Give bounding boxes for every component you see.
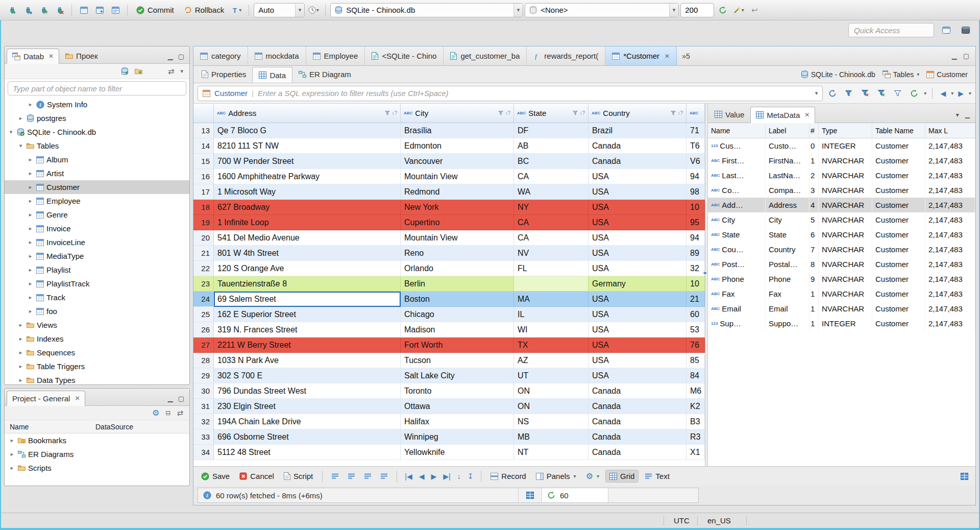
project-item-scripts[interactable]: ▸Scripts [5,461,189,475]
column-header-address[interactable]: ABCAddress↕? [214,104,401,123]
grid-cell[interactable]: WI [514,322,589,338]
grid-cell[interactable]: DF [514,123,589,138]
grid-cell[interactable]: Canada [589,414,687,429]
tab-overflow[interactable]: »5 [677,46,695,65]
sql-assist-button[interactable]: ▾ [731,3,746,17]
tree-item-tables[interactable]: ▾Tables [5,139,189,153]
row-number[interactable]: 31 [193,399,214,414]
grid-cell[interactable]: USA [589,368,687,383]
new-sql-editor-icon[interactable] [77,3,91,17]
metadata-row[interactable]: ABCCityCity5NVARCHARCustomer2,147,483 [708,212,975,227]
row-number[interactable]: 34 [193,445,214,460]
row-number[interactable]: 22 [193,261,214,276]
minimize-icon[interactable]: ▁ [168,53,173,60]
grid-cell[interactable]: 319 N. Frances Street [214,322,401,338]
row-number[interactable]: 33 [193,429,214,445]
grid-cell[interactable]: USA [589,200,687,215]
chevron-right-icon[interactable]: ▸ [27,239,34,246]
gear-icon[interactable]: ⚙ [152,409,159,417]
grid-cell[interactable]: Canada [589,138,687,154]
grid-cell[interactable] [514,276,589,292]
grid-cell[interactable]: M6 [687,383,705,399]
history-forward-icon[interactable]: ▶ [956,89,966,98]
tree-item-album[interactable]: ▸Album [5,153,189,166]
tree-item-data-types[interactable]: ▸Data Types [5,373,189,384]
timezone-indicator[interactable]: UTC [674,513,690,528]
grid-cell[interactable]: 10 [687,276,705,292]
auto-refresh-control[interactable]: 60 [542,488,608,502]
row-number[interactable]: 16 [193,169,214,184]
minimize-icon[interactable]: ▁ [965,111,970,118]
grid-cell[interactable]: 94 [687,230,705,246]
maximize-icon[interactable]: ▢ [178,395,184,402]
grid-cell[interactable]: USA [589,338,687,353]
chevron-down-icon[interactable]: ▾ [17,142,24,149]
row-number[interactable]: 17 [193,184,214,200]
metadata-row[interactable]: 123Sup…Suppo…1INTEGERCustomer2,147,483 [708,316,975,331]
disconnect-icon[interactable] [53,3,67,17]
metadata-row[interactable]: ABCAdd…Address4NVARCHARCustomer2,147,483 [708,198,975,212]
minimize-icon[interactable]: ▁ [168,395,173,402]
link-with-editor-icon[interactable]: ⇄ [168,67,175,76]
grid-cell[interactable]: 801 W 4th Street [214,246,401,261]
grid-cell[interactable]: 162 E Superior Street [214,307,401,322]
new-sql-console-icon[interactable] [108,3,122,17]
duplicate-row-icon[interactable] [361,469,375,483]
close-icon[interactable]: ✕ [665,53,670,60]
grid-cell[interactable]: 696 Osborne Street [214,429,401,445]
filter-input-box[interactable]: Customer | ▾ [198,86,823,101]
grid-cell[interactable]: Mountain View [401,230,514,246]
connect-icon[interactable] [21,3,35,17]
project-item-bookmarks[interactable]: ▸Bookmarks [5,433,189,447]
first-record-icon[interactable]: |◀ [403,472,414,480]
editor-tab-get-customer-ba[interactable]: get_customer_ba [444,46,527,65]
chevron-right-icon[interactable]: ▸ [17,322,24,328]
meta-column-header-col[interactable]: # [810,123,819,138]
metadata-row[interactable]: ABCLast…LastNa…2NVARCHARCustomer2,147,48… [708,168,975,183]
grid-cell[interactable]: Berlin [401,276,514,292]
grid-cell[interactable]: K2 [687,399,705,414]
grid-cell[interactable]: IL [514,307,589,322]
tree-item-postgres[interactable]: ▸postgres [5,111,189,125]
tree-item-sequences[interactable]: ▸Sequences [5,346,189,359]
grid-cell[interactable]: B3 [687,414,705,429]
tree-item-track[interactable]: ▸Track [5,291,189,304]
chevron-right-icon[interactable]: ▸ [27,156,34,163]
tab-properties[interactable]: Properties [195,66,252,83]
tree-item-table-triggers[interactable]: ▸Table Triggers [5,359,189,373]
history-back-icon[interactable]: ◀ [938,89,948,98]
value-panel-icon[interactable] [958,469,971,483]
chevron-right-icon[interactable]: ▸ [9,437,15,444]
chevron-right-icon[interactable]: ▸ [27,170,34,177]
record-toggle-button[interactable]: Record [487,470,529,482]
row-number[interactable]: 28 [193,353,214,368]
chevron-right-icon[interactable]: ▸ [27,294,34,301]
tab-metadata[interactable]: MetaData✕ [750,107,815,123]
chevron-right-icon[interactable]: ▸ [27,101,34,108]
grid-cell[interactable]: Madison [401,322,514,338]
row-number[interactable]: 27 [193,338,214,353]
column-header-col[interactable]: ABC [687,104,705,123]
row-number[interactable]: 18 [193,200,214,215]
tree-item-system-info[interactable]: ▸iSystem Info [5,98,189,111]
grid-cell[interactable]: 84 [687,368,705,383]
dbeaver-perspective-icon[interactable] [959,23,973,37]
metadata-row[interactable]: ABCPhonePhone9NVARCHARCustomer2,147,483 [708,272,975,286]
grid-cell[interactable]: Canada [589,429,687,445]
tree-item-mediatype[interactable]: ▸MediaType [5,249,189,263]
panel-splitter[interactable]: ◂▸ [705,104,708,466]
chevron-right-icon[interactable]: ▸ [9,451,15,457]
filter-icon[interactable] [671,111,676,115]
tree-item-invoice[interactable]: ▸Invoice [5,222,189,235]
grid-cell[interactable]: MB [514,429,589,445]
chevron-down-icon[interactable]: ▾ [917,71,919,77]
chevron-right-icon[interactable]: ▸ [27,225,34,232]
tab-data[interactable]: Data [252,67,292,83]
tab-er-diagram[interactable]: ER Diagram [292,66,357,83]
next-record-icon[interactable]: ▶ [429,472,438,480]
grid-cell[interactable]: 1033 N Park Ave [214,353,401,368]
grid-cell[interactable]: 10 [687,200,705,215]
invalidate-connection-icon[interactable] [37,3,51,17]
grid-cell[interactable]: 1 Infinite Loop [214,215,401,230]
filter-icon[interactable] [498,111,503,115]
